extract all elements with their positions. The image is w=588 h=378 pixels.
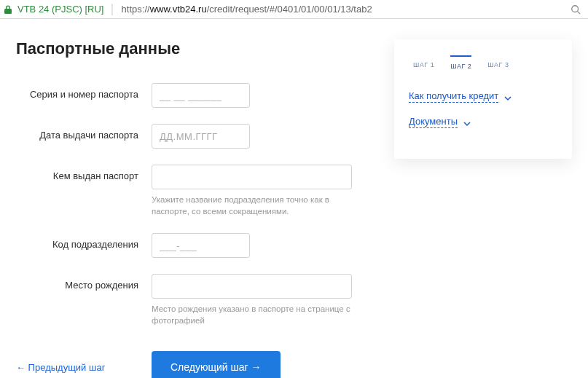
prev-step-link[interactable]: ← Предыдущий шаг [16,362,152,373]
url-display[interactable]: https://www.vtb24.ru/credit/request/#/04… [122,4,565,15]
url-prefix: https:// [122,4,150,15]
issued-by-input[interactable] [152,165,352,189]
passport-series-input[interactable] [152,83,250,108]
address-bar: VTB 24 (PJSC) [RU] │ https://www.vtb24.r… [0,0,588,19]
birthplace-label: Место рождения [16,274,152,291]
issued-by-hint: Укажите название подразделения точно как… [152,194,356,217]
url-path: /credit/request/#/0401/01/00/01/13/tab2 [207,4,372,15]
main-form: Паспортные данные Серия и номер паспорта… [16,39,365,378]
dept-code-input[interactable] [152,233,250,258]
step-tab-2[interactable]: ШАГ 2 [450,55,471,70]
chevron-down-icon [463,119,471,126]
search-icon[interactable] [571,4,581,15]
how-to-get-credit-label: Как получить кредит [409,90,498,103]
separator: │ [109,4,115,15]
issue-date-input[interactable] [152,124,250,149]
how-to-get-credit-link[interactable]: Как получить кредит [409,90,557,103]
step-tab-1[interactable]: ШАГ 1 [413,55,434,70]
url-host: www.vtb24.ru [150,4,207,15]
birthplace-hint: Место рождения указано в паспорте на стр… [152,303,356,326]
birthplace-input[interactable] [152,274,352,299]
issued-by-label: Кем выдан паспорт [16,165,152,181]
passport-series-label: Серия и номер паспорта [16,83,152,100]
issue-date-label: Дата выдачи паспорта [16,124,152,141]
svg-point-0 [572,5,579,12]
next-step-button[interactable]: Следующий шаг → [152,351,281,378]
step-tab-3[interactable]: ШАГ 3 [487,55,509,70]
documents-link[interactable]: Документы [409,116,557,128]
cert-label: VTB 24 (PJSC) [RU] [17,4,103,15]
dept-code-label: Код подразделения [16,233,152,250]
step-tabs: ШАГ 1 ШАГ 2 ШАГ 3 [409,55,557,70]
documents-label: Документы [409,116,458,128]
lock-icon [4,5,12,14]
sidebar-card: ШАГ 1 ШАГ 2 ШАГ 3 Как получить кредит До… [394,39,572,159]
chevron-down-icon [504,93,511,101]
svg-line-1 [578,11,581,14]
page-title: Паспортные данные [16,39,365,58]
